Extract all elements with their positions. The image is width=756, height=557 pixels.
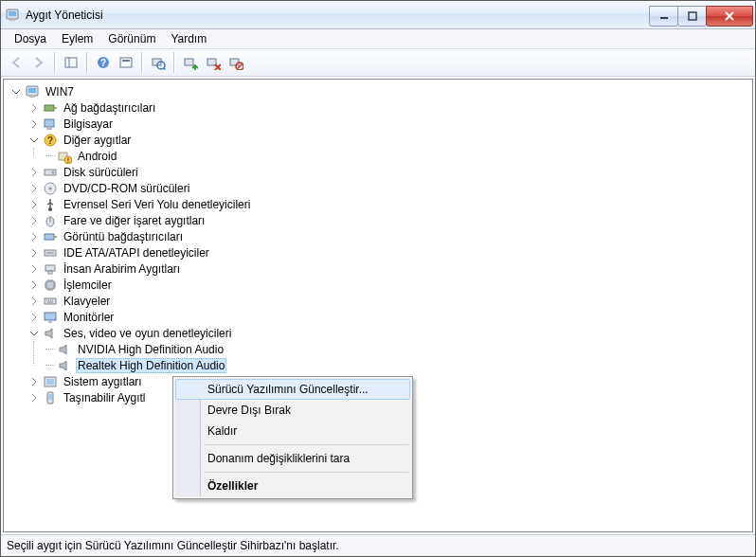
tree-item-hid[interactable]: İnsan Arabirim Aygıtları <box>27 261 752 277</box>
ide-controller-icon <box>43 245 58 261</box>
expand-icon[interactable] <box>27 311 41 324</box>
node-label: Ses, video ve oyun denetleyicileri <box>62 327 233 340</box>
menu-view[interactable]: Görünüm <box>100 30 163 47</box>
svg-rect-1 <box>9 11 16 16</box>
computer-icon <box>43 117 58 132</box>
update-driver-icon[interactable] <box>179 51 202 74</box>
scan-hardware-icon[interactable] <box>147 51 170 74</box>
tree-item-ide[interactable]: IDE ATA/ATAPI denetleyiciler <box>27 244 752 261</box>
menu-help[interactable]: Yardım <box>163 30 214 47</box>
svg-rect-17 <box>230 59 239 65</box>
action-pane-button[interactable] <box>115 51 137 74</box>
tree-item-nvidia-audio[interactable]: NVIDIA High Definition Audio <box>45 341 752 357</box>
other-devices-icon: ? <box>43 133 58 148</box>
svg-rect-25 <box>45 119 54 127</box>
menu-file[interactable]: Dosya <box>7 30 54 47</box>
svg-rect-4 <box>689 12 696 20</box>
tree-item-monitor[interactable]: Monitörler <box>27 309 752 325</box>
svg-rect-39 <box>45 234 54 240</box>
expand-icon[interactable] <box>27 391 41 404</box>
node-label: Klavyeler <box>62 295 112 308</box>
close-button[interactable] <box>706 6 753 27</box>
window-controls <box>649 6 753 25</box>
node-label: Disk sürücüleri <box>62 166 140 179</box>
node-label: İnsan Arabirim Aygıtları <box>62 262 182 276</box>
back-button[interactable] <box>5 51 27 74</box>
svg-point-36 <box>48 207 52 211</box>
tree-item-android[interactable]: !Android <box>45 148 752 164</box>
collapse-icon[interactable] <box>9 85 23 99</box>
menu-action[interactable]: Eylem <box>54 30 100 47</box>
tree-item-disk[interactable]: Disk sürücüleri <box>27 164 752 180</box>
node-label: Realtek High Definition Audio <box>76 358 226 373</box>
svg-rect-48 <box>48 321 52 323</box>
tree-item-dvd[interactable]: DVD/CD-ROM sürücüleri <box>27 180 752 196</box>
node-label: Evrensel Seri Veri Yolu denetleyicileri <box>62 198 252 211</box>
computer-icon <box>25 84 40 99</box>
node-label: Görüntü bağdaştırıcıları <box>62 230 185 243</box>
svg-rect-26 <box>46 128 52 130</box>
hid-icon <box>43 261 58 277</box>
expand-icon[interactable] <box>27 198 41 211</box>
node-label: Fare ve diğer işaret aygıtları <box>62 214 207 227</box>
network-adapter-icon <box>43 100 58 116</box>
tree-item-display[interactable]: Görüntü bağdaştırıcıları <box>27 228 752 244</box>
show-hide-tree-button[interactable] <box>60 51 82 74</box>
expand-icon[interactable] <box>27 230 41 243</box>
expand-icon[interactable] <box>27 117 41 131</box>
forward-button[interactable] <box>27 51 50 74</box>
svg-rect-10 <box>122 60 130 62</box>
expand-icon[interactable] <box>27 166 41 179</box>
tree-item-computer[interactable]: Bilgisayar <box>27 116 752 132</box>
tree-item-sound[interactable]: Ses, video ve oyun denetleyicileri <box>27 325 752 341</box>
tree-item-realtek-audio[interactable]: Realtek High Definition Audio <box>45 357 752 373</box>
uninstall-icon[interactable] <box>202 51 225 74</box>
maximize-button[interactable] <box>677 6 707 27</box>
expand-icon[interactable] <box>27 246 41 260</box>
collapse-icon[interactable] <box>27 134 41 147</box>
node-label: NVIDIA High Definition Audio <box>76 343 225 356</box>
cm-uninstall[interactable]: Kaldır <box>175 421 410 441</box>
cm-disable[interactable]: Devre Dışı Bırak <box>175 400 410 421</box>
expand-icon[interactable] <box>27 182 41 195</box>
expand-icon[interactable] <box>27 278 41 292</box>
cm-properties[interactable]: Özellikler <box>175 476 410 496</box>
tree-item-mice[interactable]: Fare ve diğer işaret aygıtları <box>27 212 752 228</box>
expand-icon[interactable] <box>27 295 41 308</box>
svg-rect-23 <box>45 105 54 111</box>
tree-root[interactable]: WIN7 <box>9 83 752 99</box>
svg-rect-22 <box>29 96 35 98</box>
audio-device-icon <box>57 342 72 357</box>
node-label: Sistem aygıtları <box>62 375 144 388</box>
svg-rect-24 <box>54 107 57 109</box>
toolbar: ? <box>1 49 755 77</box>
tree-item-other-devices[interactable]: ?Diğer aygıtlar <box>27 132 752 148</box>
tree-item-cpu[interactable]: İşlemciler <box>27 277 752 293</box>
tree-item-keyboard[interactable]: Klavyeler <box>27 293 752 309</box>
node-label: DVD/CD-ROM sürücüleri <box>62 182 191 195</box>
status-bar: Seçili aygıt için Sürücü Yazılımını Günc… <box>1 534 755 556</box>
expand-icon[interactable] <box>27 101 41 115</box>
context-menu: Sürücü Yazılımını Güncelleştir... Devre … <box>172 376 413 499</box>
help-button[interactable]: ? <box>92 51 115 74</box>
disable-icon[interactable] <box>225 51 247 74</box>
node-label: Android <box>76 150 118 163</box>
node-label: Ağ bağdaştırıcıları <box>62 101 157 115</box>
cm-scan-hardware[interactable]: Donanım değişikliklerini tara <box>175 448 410 469</box>
svg-rect-50 <box>46 379 54 385</box>
expand-icon[interactable] <box>27 262 41 276</box>
svg-line-13 <box>164 68 166 70</box>
svg-rect-5 <box>65 58 77 67</box>
device-tree[interactable]: WIN7 Ağ bağdaştırıcıları Bilgisayar ?Diğ… <box>3 79 753 532</box>
node-label: Monitörler <box>62 311 116 324</box>
tree-item-usb[interactable]: Evrensel Seri Veri Yolu denetleyicileri <box>27 196 752 212</box>
tree-item-network[interactable]: Ağ bağdaştırıcıları <box>27 99 752 116</box>
cm-update-driver[interactable]: Sürücü Yazılımını Güncelleştir... <box>175 379 410 400</box>
minimize-button[interactable] <box>649 6 678 27</box>
expand-icon[interactable] <box>27 214 41 227</box>
expand-icon[interactable] <box>27 375 41 388</box>
svg-rect-14 <box>185 59 193 65</box>
unknown-device-icon: ! <box>57 149 72 164</box>
collapse-icon[interactable] <box>27 327 41 340</box>
monitor-icon <box>43 310 58 325</box>
